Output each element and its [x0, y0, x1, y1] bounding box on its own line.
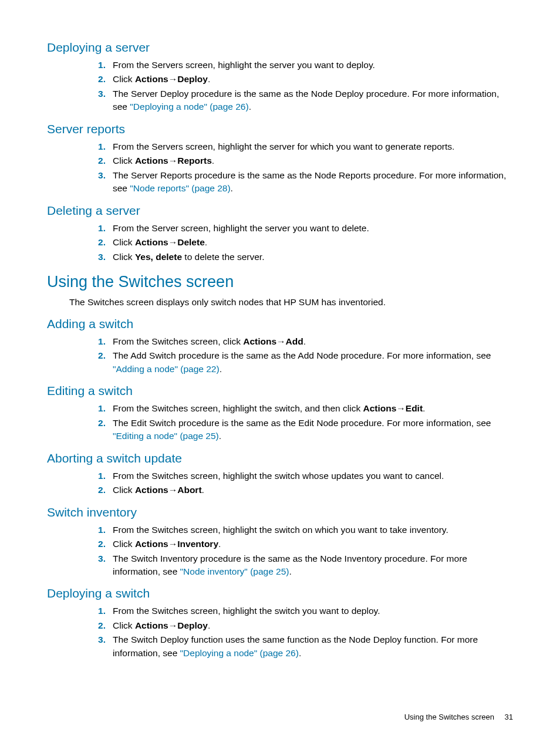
step-number: 1.: [88, 524, 106, 536]
step-text: The Add Switch procedure is the same as …: [113, 350, 491, 360]
step-number: 2.: [88, 73, 106, 86]
bold-text: Abort: [177, 485, 201, 495]
step-number: 2.: [88, 417, 106, 430]
bold-text: Actions: [135, 237, 168, 247]
arrow-icon: →: [168, 620, 178, 630]
step-text: From the Switches screen, highlight the …: [113, 403, 363, 413]
bold-text: Actions: [135, 620, 168, 630]
step-text: .: [218, 539, 221, 549]
step-text: .: [205, 237, 207, 247]
step-number: 2.: [88, 538, 106, 551]
step-number: 1.: [88, 470, 106, 482]
step-text: .: [289, 566, 292, 576]
list-item: 2.The Edit Switch procedure is the same …: [88, 417, 513, 443]
page-number: 31: [505, 713, 513, 721]
heading-aborting-switch: Aborting a switch update: [47, 451, 513, 465]
bold-text: Reports: [177, 156, 212, 166]
bold-text: Actions: [135, 156, 168, 166]
cross-reference-link[interactable]: "Deploying a node" (page 26): [180, 648, 299, 658]
step-text: .: [249, 102, 251, 112]
list-item: 1.From the Server screen, highlight the …: [88, 222, 513, 235]
step-text: Click: [113, 252, 135, 262]
step-number: 3.: [88, 87, 106, 100]
step-text: From the Switches screen, highlight the …: [113, 525, 448, 535]
list-item: 2.Click Actions→Deploy.: [88, 619, 513, 632]
list-item: 3.The Server Reports procedure is the sa…: [88, 169, 513, 195]
list-item: 2.The Add Switch procedure is the same a…: [88, 349, 513, 376]
bold-text: Deploy: [177, 620, 208, 630]
step-text: From the Server screen, highlight the se…: [113, 223, 369, 233]
step-number: 3.: [88, 633, 106, 646]
arrow-icon: →: [168, 156, 178, 166]
steps-deploying-server: 1.From the Servers screen, highlight the…: [88, 59, 513, 114]
bold-text: Actions: [243, 336, 276, 346]
step-text: Click: [113, 237, 135, 247]
cross-reference-link[interactable]: "Node inventory" (page 25): [180, 566, 289, 576]
step-number: 2.: [88, 154, 106, 167]
step-text: .: [208, 620, 210, 630]
step-number: 3.: [88, 251, 106, 264]
step-text: .: [220, 364, 222, 374]
step-number: 1.: [88, 59, 106, 72]
step-text: From the Servers screen, highlight the s…: [113, 60, 375, 70]
arrow-icon: →: [396, 403, 406, 413]
list-item: 1.From the Switches screen, click Action…: [88, 335, 513, 348]
steps-deploying-switch: 1.From the Switches screen, highlight th…: [88, 605, 513, 660]
bold-text: Actions: [363, 403, 396, 413]
step-number: 2.: [88, 484, 106, 497]
step-number: 1.: [88, 335, 106, 348]
steps-aborting-switch: 1.From the Switches screen, highlight th…: [88, 470, 513, 497]
list-item: 1.From the Servers screen, highlight the…: [88, 59, 513, 72]
list-item: 1.From the Switches screen, highlight th…: [88, 470, 513, 482]
step-number: 1.: [88, 605, 106, 617]
cross-reference-link[interactable]: "Deploying a node" (page 26): [130, 102, 248, 112]
heading-server-reports: Server reports: [47, 122, 513, 136]
list-item: 3.Click Yes, delete to delete the server…: [88, 251, 513, 264]
step-text: .: [219, 431, 221, 441]
heading-using-switches-screen: Using the Switches screen: [47, 273, 513, 291]
steps-switch-inventory: 1.From the Switches screen, highlight th…: [88, 524, 513, 579]
bold-text: Inventory: [177, 539, 218, 549]
step-number: 1.: [88, 222, 106, 235]
arrow-icon: →: [168, 539, 178, 549]
footer-section-title: Using the Switches screen: [404, 713, 494, 721]
list-item: 3.The Switch Inventory procedure is the …: [88, 552, 513, 579]
list-item: 2.Click Actions→Delete.: [88, 236, 513, 249]
step-text: From the Servers screen, highlight the s…: [113, 141, 454, 151]
arrow-icon: →: [276, 336, 286, 346]
heading-deploying-switch: Deploying a switch: [47, 586, 513, 600]
step-text: The Edit Switch procedure is the same as…: [113, 418, 491, 428]
list-item: 3.The Switch Deploy function uses the sa…: [88, 633, 513, 660]
step-text: Click: [113, 539, 135, 549]
step-text: .: [303, 336, 306, 346]
steps-server-reports: 1.From the Servers screen, highlight the…: [88, 140, 513, 195]
intro-text: The Switches screen displays only switch…: [69, 296, 513, 309]
step-number: 2.: [88, 619, 106, 632]
bold-text: Delete: [177, 237, 205, 247]
cross-reference-link[interactable]: "Editing a node" (page 25): [113, 431, 219, 441]
step-text: .: [423, 403, 425, 413]
bold-text: Actions: [135, 74, 168, 84]
step-text: Click: [113, 74, 135, 84]
list-item: 1.From the Switches screen, highlight th…: [88, 605, 513, 617]
cross-reference-link[interactable]: "Adding a node" (page 22): [113, 364, 220, 374]
step-number: 2.: [88, 349, 106, 362]
step-text: to delete the server.: [182, 252, 264, 262]
bold-text: Yes, delete: [135, 252, 182, 262]
bold-text: Edit: [406, 403, 423, 413]
step-text: .: [212, 156, 214, 166]
heading-switch-inventory: Switch inventory: [47, 505, 513, 519]
cross-reference-link[interactable]: "Node reports" (page 28): [130, 183, 230, 193]
steps-deleting-server: 1.From the Server screen, highlight the …: [88, 222, 513, 264]
bold-text: Deploy: [177, 74, 208, 84]
heading-adding-switch: Adding a switch: [47, 317, 513, 331]
step-text: .: [231, 183, 233, 193]
steps-adding-switch: 1.From the Switches screen, click Action…: [88, 335, 513, 376]
heading-deploying-server: Deploying a server: [47, 40, 513, 55]
steps-editing-switch: 1.From the Switches screen, highlight th…: [88, 402, 513, 443]
bold-text: Actions: [135, 485, 168, 495]
list-item: 1.From the Switches screen, highlight th…: [88, 402, 513, 415]
list-item: 1.From the Switches screen, highlight th…: [88, 524, 513, 536]
step-number: 1.: [88, 140, 106, 153]
step-text: From the Switches screen, click: [113, 336, 243, 346]
